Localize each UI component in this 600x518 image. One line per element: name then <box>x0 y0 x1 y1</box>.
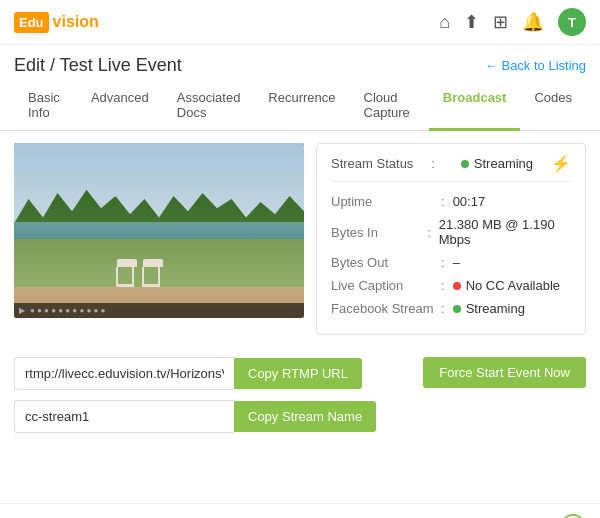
live-caption-row: Live Caption : No CC Available <box>331 278 571 293</box>
video-thumbnail: ▶ ● ● ● ● ● ● ● ● ● ● ● <box>14 143 304 318</box>
bottom-row: Copy RTMP URL Copy Stream Name Force Sta… <box>14 357 586 433</box>
copy-stream-name-button[interactable]: Copy Stream Name <box>234 401 376 432</box>
footer: Copyright © 2020. JDL Horizons, LLC. All… <box>0 503 600 518</box>
chair-2 <box>142 267 160 287</box>
facebook-stream-label: Facebook Stream <box>331 301 441 316</box>
stream-status-label: Stream Status <box>331 156 413 171</box>
stream-name-row: Copy Stream Name <box>14 400 376 433</box>
bytes-in-value: 21.380 MB @ 1.190 Mbps <box>439 217 571 247</box>
tab-advanced[interactable]: Advanced <box>77 82 163 131</box>
bytes-in-label: Bytes In <box>331 225 427 240</box>
video-controls: ▶ ● ● ● ● ● ● ● ● ● ● ● <box>14 303 304 318</box>
video-chairs <box>116 267 160 287</box>
bytes-out-label: Bytes Out <box>331 255 441 270</box>
bell-icon[interactable]: 🔔 <box>522 11 544 33</box>
flash-icon[interactable]: ⚡ <box>551 154 571 173</box>
force-start-event-button[interactable]: Force Start Event Now <box>423 357 586 388</box>
logo: Edu vision <box>14 12 99 33</box>
tab-broadcast[interactable]: Broadcast <box>429 82 521 131</box>
main-content: ▶ ● ● ● ● ● ● ● ● ● ● ● Stream Status : … <box>0 131 600 347</box>
facebook-stream-sep: : <box>441 301 445 316</box>
stream-status-value: Streaming <box>461 156 533 171</box>
live-caption-value: No CC Available <box>453 278 560 293</box>
streaming-dot <box>461 160 469 168</box>
inputs-column: Copy RTMP URL Copy Stream Name <box>14 357 376 433</box>
logo-box: Edu <box>14 12 49 33</box>
tab-associated-docs[interactable]: Associated Docs <box>163 82 255 131</box>
chair-1 <box>116 267 134 287</box>
tabs: Basic Info Advanced Associated Docs Recu… <box>0 82 600 131</box>
back-to-listing-link[interactable]: ← Back to Listing <box>485 58 586 73</box>
video-scene <box>14 143 304 318</box>
live-caption-label: Live Caption <box>331 278 441 293</box>
rtmp-url-row: Copy RTMP URL <box>14 357 376 390</box>
header: Edu vision ⌂ ⬆ ⊞ 🔔 T <box>0 0 600 45</box>
status-header: Stream Status : Streaming ⚡ <box>331 154 571 182</box>
copy-rtmp-url-button[interactable]: Copy RTMP URL <box>234 358 362 389</box>
force-col: Force Start Event Now <box>423 357 586 388</box>
bytes-out-sep: : <box>441 255 445 270</box>
upload-icon[interactable]: ⬆ <box>464 11 479 33</box>
status-header-sep: : <box>431 156 435 171</box>
no-cc-dot <box>453 282 461 290</box>
accessibility-icon[interactable]: ♿ <box>560 514 586 518</box>
bytes-out-value: – <box>453 255 460 270</box>
grid-icon[interactable]: ⊞ <box>493 11 508 33</box>
bytes-in-row: Bytes In : 21.380 MB @ 1.190 Mbps <box>331 217 571 247</box>
uptime-row: Uptime : 00:17 <box>331 194 571 209</box>
ctrl-dots: ● ● ● ● ● ● ● ● ● ● ● <box>30 306 105 315</box>
header-icons: ⌂ ⬆ ⊞ 🔔 T <box>439 8 586 36</box>
facebook-stream-value: Streaming <box>453 301 525 316</box>
avatar[interactable]: T <box>558 8 586 36</box>
tab-codes[interactable]: Codes <box>520 82 586 131</box>
uptime-label: Uptime <box>331 194 441 209</box>
logo-text: vision <box>53 13 99 31</box>
tab-cloud-capture[interactable]: Cloud Capture <box>350 82 429 131</box>
bytes-in-sep: : <box>427 225 431 240</box>
home-icon[interactable]: ⌂ <box>439 12 450 33</box>
tab-basic-info[interactable]: Basic Info <box>14 82 77 131</box>
live-caption-sep: : <box>441 278 445 293</box>
rtmp-url-input[interactable] <box>14 357 234 390</box>
stream-name-input[interactable] <box>14 400 234 433</box>
bytes-out-row: Bytes Out : – <box>331 255 571 270</box>
uptime-value: 00:17 <box>453 194 486 209</box>
facebook-streaming-dot <box>453 305 461 313</box>
tab-recurrence[interactable]: Recurrence <box>254 82 349 131</box>
uptime-sep: : <box>441 194 445 209</box>
facebook-stream-row: Facebook Stream : Streaming <box>331 301 571 316</box>
bottom-section: Copy RTMP URL Copy Stream Name Force Sta… <box>0 347 600 443</box>
streaming-text: Streaming <box>474 156 533 171</box>
page-title: Edit / Test Live Event <box>14 55 182 76</box>
status-panel: Stream Status : Streaming ⚡ Uptime : 00:… <box>316 143 586 335</box>
page-title-bar: Edit / Test Live Event ← Back to Listing <box>0 45 600 82</box>
ctrl-play: ▶ <box>19 306 25 315</box>
